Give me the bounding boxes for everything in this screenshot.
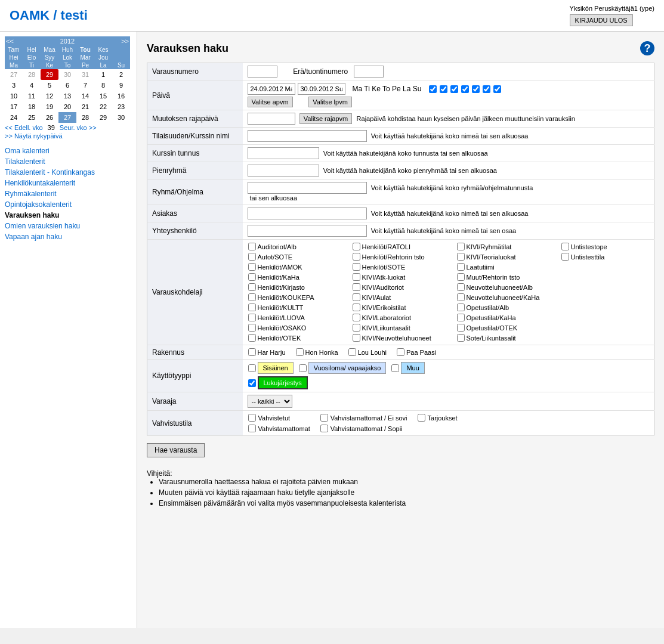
- cal-day[interactable]: 5: [41, 80, 58, 91]
- sidebar-item-vapaan-ajan-haku[interactable]: Vapaan ajan haku: [5, 231, 132, 242]
- pienryhma-input[interactable]: [248, 165, 319, 177]
- cal-day[interactable]: 27: [58, 112, 76, 123]
- yhteyshenkilö-input[interactable]: [248, 225, 367, 237]
- valitse-lpvm-button[interactable]: Valitse lpvm: [308, 97, 351, 107]
- cal-day[interactable]: 10: [5, 91, 23, 101]
- check-ti[interactable]: [440, 85, 447, 93]
- cal-day[interactable]: 23: [112, 101, 130, 112]
- cal-day[interactable]: 31: [76, 69, 94, 80]
- era-input[interactable]: [354, 66, 384, 78]
- tilaisuus-input[interactable]: [248, 130, 367, 142]
- cal-day[interactable]: 6: [58, 80, 76, 91]
- cal-day[interactable]: 14: [76, 91, 94, 101]
- check-su[interactable]: [493, 85, 501, 93]
- cal-day[interactable]: 13: [58, 91, 76, 101]
- cb-kivi-laboratoriot: KIVI/Laboratoriot: [352, 313, 456, 322]
- cal-day[interactable]: 12: [41, 91, 58, 101]
- cal-next[interactable]: >>: [121, 38, 129, 45]
- sidebar-nav: Oma kalenteri Tilakalenterit Tilakalente…: [5, 145, 132, 242]
- start-date-input[interactable]: [248, 83, 295, 95]
- cal-day[interactable]: 30: [112, 112, 130, 123]
- cal-prev[interactable]: <<: [6, 38, 14, 45]
- cal-day[interactable]: 2: [112, 69, 130, 80]
- end-date-input[interactable]: [298, 83, 345, 95]
- logout-button[interactable]: KIRJAUDU ULOS: [570, 14, 633, 26]
- cb-autot: Autot/SOTE: [248, 252, 352, 261]
- sidebar-item-tilakalenterit[interactable]: Tilakalenterit: [5, 156, 132, 167]
- varauskohdelaji-row: Varauskohdelaji Auditoriot/Alb Autot/SOT…: [147, 240, 654, 345]
- valitse-rajapvm-button[interactable]: Valitse rajapvm: [299, 113, 352, 124]
- cal-day[interactable]: 15: [94, 91, 112, 101]
- cal-day[interactable]: 25: [23, 112, 41, 123]
- cal-day[interactable]: 3: [5, 80, 23, 91]
- cal-day[interactable]: 28: [76, 112, 94, 123]
- calendar: << 2012 >> Tam Hel Maa Huh Tou Kes Hei E…: [5, 36, 130, 140]
- sidebar-item-varauksen-haku[interactable]: Varauksen haku: [5, 210, 132, 221]
- cal-day[interactable]: 22: [94, 101, 112, 112]
- cal-day[interactable]: 9: [112, 80, 130, 91]
- cb-henkilot-ratoli: Henkilöt/RATOLI: [352, 242, 456, 251]
- sidebar-item-oma-kalenteri[interactable]: Oma kalenteri: [5, 145, 132, 156]
- muutos-date-input[interactable]: [248, 113, 295, 125]
- pienryhma-hint: Voit käyttää hakutekijänä koko pienryhmä…: [323, 167, 497, 174]
- asiakas-input[interactable]: [248, 208, 367, 219]
- cal-day[interactable]: 28: [23, 69, 41, 80]
- varaaja-select[interactable]: -- kaikki --: [248, 395, 292, 408]
- cal-day[interactable]: 20: [58, 101, 76, 112]
- cal-day[interactable]: 18: [23, 101, 41, 112]
- cb-kivi-aulat: KIVI/Aulat: [352, 293, 456, 302]
- cal-day[interactable]: 7: [76, 80, 94, 91]
- cal-grid: 27 28 29 30 31 1 2 3 4 5 6 7 8 9 10 11 1…: [5, 69, 130, 123]
- check-to[interactable]: [461, 85, 469, 93]
- type-muu-label[interactable]: Muu: [401, 362, 424, 374]
- check-ke[interactable]: [450, 85, 458, 93]
- type-muu: Muu: [391, 362, 424, 374]
- varausnumero-cell: Erä/tuontinumero: [243, 63, 654, 80]
- cal-day[interactable]: 24: [5, 112, 23, 123]
- type-vuosiloma-label[interactable]: Vuosiloma/ vapaajakso: [308, 362, 387, 374]
- check-la[interactable]: [483, 85, 490, 93]
- today-link[interactable]: >> Näytä nykypäivä: [5, 132, 130, 140]
- next-week-link[interactable]: Seur. vko >>: [60, 124, 97, 131]
- cal-day[interactable]: 16: [112, 91, 130, 101]
- sidebar-item-opintojaksokalenterit[interactable]: Opintojaksokalenterit: [5, 199, 132, 210]
- type-sisainen-label[interactable]: Sisäinen: [258, 362, 294, 374]
- varausnumero-input[interactable]: [248, 66, 277, 78]
- prev-week-link[interactable]: << Edell. vko: [5, 124, 43, 131]
- sidebar-item-omien-varausten-haku[interactable]: Omien varauksien haku: [5, 221, 132, 231]
- hae-varausta-button[interactable]: Hae varausta: [147, 443, 205, 457]
- cal-day[interactable]: 21: [76, 101, 94, 112]
- sidebar-item-henkilokuntakalenterit[interactable]: Henkilökuntakalenterit: [5, 178, 132, 188]
- check-pe[interactable]: [472, 85, 480, 93]
- valitse-apvm-button[interactable]: Valitse apvm: [248, 97, 293, 107]
- checkbox-col2: Henkilöt/RATOLI Henkilöt/Rehtorin tsto H…: [352, 242, 456, 342]
- cal-day[interactable]: 29: [41, 69, 58, 80]
- cal-day[interactable]: 26: [41, 112, 58, 123]
- cal-day[interactable]: 27: [5, 69, 23, 80]
- ryhma-input[interactable]: [248, 182, 367, 194]
- cb-henkilot-kirjasto: Henkilöt/Kirjasto: [248, 283, 352, 292]
- cal-day[interactable]: 30: [58, 69, 76, 80]
- sidebar-item-ryhmakalenterit[interactable]: Ryhmäkalenterit: [5, 188, 132, 199]
- kayttotyppi-cell: Sisäinen Vuosiloma/ vapaajakso Muu: [243, 360, 654, 392]
- rakennus-row: Rakennus Har Harju Hon Honka Lou Louhi P…: [147, 345, 654, 360]
- cb-kivi-liikuntasalit: KIVI/Liikuntasalit: [352, 323, 456, 332]
- type-lukujarjestys-label[interactable]: Lukujärjestys: [258, 376, 308, 389]
- sidebar-item-tilakalenterit-kontinkangas[interactable]: Tilakalenterit - Kontinkangas: [5, 167, 132, 178]
- varaaja-row: Varaaja -- kaikki --: [147, 392, 654, 411]
- cal-day[interactable]: 19: [41, 101, 58, 112]
- kurssi-input[interactable]: [248, 147, 319, 159]
- checkbox-col3: KIVI/Ryhmätilat KIVI/Teorialuokat Laatut…: [456, 242, 561, 342]
- cb-tarjoukset: Tarjoukset: [417, 413, 458, 422]
- cb-henkilot-luova: Henkilöt/LUOVA: [248, 313, 352, 322]
- cal-day[interactable]: 11: [23, 91, 41, 101]
- cal-day[interactable]: 4: [23, 80, 41, 91]
- cb-sote-liikuntasalit: Sote/Liikuntasalit: [456, 333, 561, 342]
- help-button[interactable]: ?: [640, 41, 654, 55]
- check-ma[interactable]: [429, 85, 437, 93]
- cal-day[interactable]: 17: [5, 101, 23, 112]
- cal-day[interactable]: 8: [94, 80, 112, 91]
- varauskohdelaji-cell: Auditoriot/Alb Autot/SOTE Henkilöt/AMOK …: [243, 240, 654, 345]
- cal-day[interactable]: 1: [94, 69, 112, 80]
- cal-day[interactable]: 29: [94, 112, 112, 123]
